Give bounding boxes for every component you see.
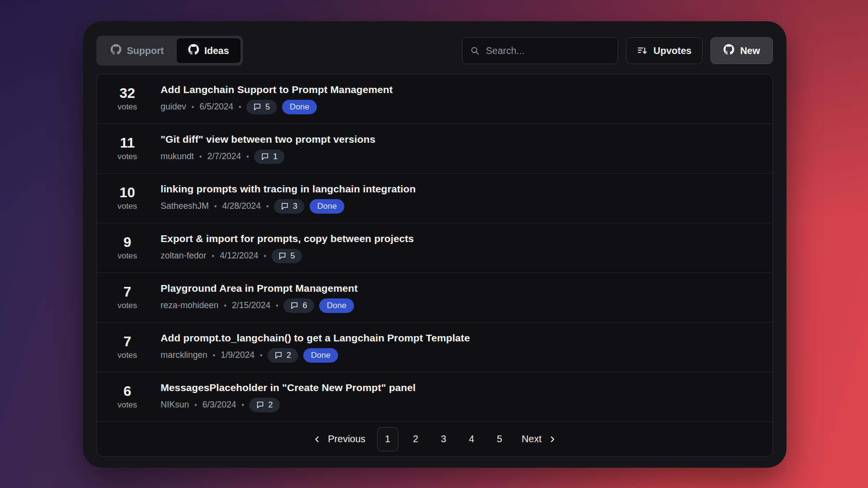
idea-date: 4/12/2024 [220, 251, 258, 261]
votes-column: 32 votes [108, 86, 146, 112]
tab-ideas[interactable]: Ideas [176, 38, 241, 64]
votes-column: 7 votes [108, 334, 146, 360]
chevron-right-icon [547, 434, 557, 444]
idea-content: Playground Area in Prompt Management rez… [161, 283, 358, 313]
idea-author: mukundt [161, 151, 194, 162]
idea-row[interactable]: 32 votes Add Langchain Support to Prompt… [97, 74, 773, 124]
comment-count: 1 [273, 152, 277, 162]
idea-date: 1/9/2024 [221, 350, 255, 360]
comment-count: 3 [293, 202, 297, 211]
votes-column: 6 votes [108, 384, 146, 410]
votes-label: votes [108, 301, 146, 311]
idea-author: zoltan-fedor [161, 251, 206, 261]
comment-count: 6 [302, 301, 307, 311]
vote-count: 7 [108, 285, 146, 300]
idea-title: MessagesPlaceholder in "Create New Promp… [161, 382, 416, 393]
idea-meta: reza-mohideen • 2/15/2024 • 6 Done [161, 298, 358, 313]
meta-separator: • [199, 152, 202, 161]
idea-row[interactable]: 10 votes linking prompts with tracing in… [97, 174, 773, 223]
meta-separator: • [191, 103, 194, 111]
search-input[interactable] [486, 45, 610, 56]
votes-column: 7 votes [108, 285, 146, 311]
idea-title: Add prompt.to_langchain() to get a Langc… [161, 332, 470, 344]
new-post-button[interactable]: New [710, 37, 773, 64]
idea-meta: mukundt • 2/7/2024 • 1 [161, 149, 375, 164]
comment-icon [290, 301, 298, 310]
comment-count-pill[interactable]: 5 [246, 100, 276, 114]
page-button-2[interactable]: 2 [405, 427, 426, 451]
tab-support-label: Support [127, 45, 164, 56]
idea-title: linking prompts with tracing in langchai… [161, 183, 416, 195]
votes-column: 10 votes [108, 185, 146, 211]
sort-upvotes-button[interactable]: Upvotes [626, 37, 703, 64]
idea-meta: SatheeshJM • 4/28/2024 • 3 Done [161, 199, 416, 214]
idea-row[interactable]: 7 votes Playground Area in Prompt Manage… [97, 273, 773, 323]
sort-descending-icon [637, 45, 648, 56]
idea-author: NIKsun [161, 400, 189, 410]
status-badge-done: Done [310, 199, 345, 214]
idea-content: "Git diff" view between two prompt versi… [161, 134, 375, 164]
next-page-button[interactable]: Next [517, 434, 562, 445]
new-button-label: New [740, 45, 760, 56]
comment-icon [256, 401, 264, 409]
page-button-3[interactable]: 3 [433, 427, 454, 451]
comment-count-pill[interactable]: 1 [254, 149, 284, 164]
tab-support[interactable]: Support [98, 38, 176, 64]
vote-count: 7 [108, 334, 146, 350]
feedback-board-card: Support Ideas Upvotes New 32 votes [83, 21, 787, 468]
meta-separator: • [194, 401, 197, 409]
idea-title: Playground Area in Prompt Management [161, 283, 358, 294]
header-toolbar: Support Ideas Upvotes New [96, 36, 773, 66]
github-icon [188, 44, 199, 57]
meta-separator: • [224, 301, 227, 310]
page-button-1[interactable]: 1 [377, 427, 398, 451]
meta-separator: • [214, 202, 217, 211]
idea-date: 2/7/2024 [207, 151, 241, 162]
idea-row[interactable]: 7 votes Add prompt.to_langchain() to get… [97, 323, 773, 372]
comment-count-pill[interactable]: 2 [249, 398, 279, 412]
idea-content: Add prompt.to_langchain() to get a Langc… [161, 332, 470, 363]
idea-row[interactable]: 11 votes "Git diff" view between two pro… [97, 124, 773, 174]
comment-icon [281, 202, 289, 210]
chevron-left-icon [312, 434, 322, 444]
meta-separator: • [260, 351, 263, 360]
idea-author: marcklingen [161, 350, 207, 360]
idea-row[interactable]: 6 votes MessagesPlaceholder in "Create N… [97, 372, 773, 422]
votes-label: votes [108, 251, 146, 261]
comment-count-pill[interactable]: 6 [284, 298, 313, 313]
idea-author: guidev [161, 102, 186, 112]
next-label: Next [522, 434, 542, 445]
vote-count: 11 [108, 136, 146, 151]
meta-separator: • [212, 252, 215, 260]
comment-count-pill[interactable]: 2 [268, 348, 298, 363]
status-badge-done: Done [282, 100, 317, 114]
page-button-5[interactable]: 5 [489, 427, 510, 451]
idea-content: linking prompts with tracing in langchai… [161, 183, 416, 214]
votes-column: 11 votes [108, 136, 146, 162]
comment-count: 2 [268, 400, 272, 410]
votes-column: 9 votes [108, 235, 146, 261]
votes-label: votes [108, 351, 146, 360]
meta-separator: • [246, 152, 249, 161]
page-button-4[interactable]: 4 [461, 427, 482, 451]
comment-count: 5 [265, 102, 270, 112]
status-badge-done: Done [303, 348, 339, 363]
idea-date: 2/15/2024 [232, 300, 271, 311]
comment-count-pill[interactable]: 5 [271, 249, 301, 263]
previous-label: Previous [328, 434, 366, 445]
board-tab-group: Support Ideas [96, 36, 243, 66]
comment-icon [261, 152, 269, 161]
idea-row[interactable]: 9 votes Export & import for prompts, cop… [97, 223, 773, 273]
comment-count-pill[interactable]: 3 [274, 199, 304, 214]
previous-page-button[interactable]: Previous [308, 434, 370, 445]
idea-title: Add Langchain Support to Prompt Manageme… [161, 84, 393, 95]
vote-count: 9 [108, 235, 146, 250]
tab-ideas-label: Ideas [204, 45, 229, 56]
meta-separator: • [276, 301, 279, 310]
vote-count: 10 [108, 185, 146, 201]
github-icon [723, 44, 734, 57]
idea-meta: NIKsun • 6/3/2024 • 2 [161, 398, 416, 412]
ideas-list: 32 votes Add Langchain Support to Prompt… [96, 74, 773, 457]
idea-meta: zoltan-fedor • 4/12/2024 • 5 [161, 249, 414, 263]
status-badge-done: Done [319, 298, 354, 313]
